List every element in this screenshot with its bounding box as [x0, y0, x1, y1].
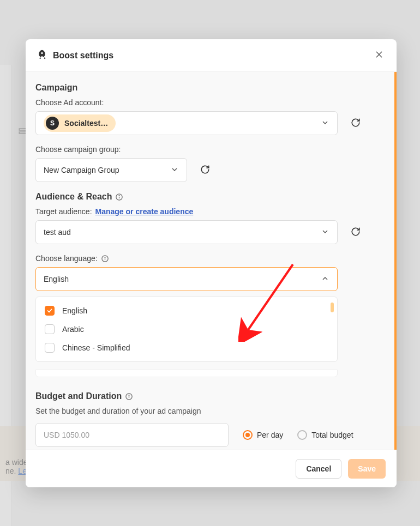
language-option-chinese[interactable]: Chinese - Simplified — [39, 338, 334, 357]
boost-settings-modal: Boost settings Campaign Choose Ad accoun… — [26, 39, 397, 487]
cancel-button[interactable]: Cancel — [296, 459, 341, 479]
ad-account-select[interactable]: S Socialtest… — [35, 111, 338, 135]
target-audience-label-text: Target audience: — [35, 207, 92, 216]
svg-point-6 — [119, 195, 119, 196]
option-label: Arabic — [62, 325, 84, 334]
checkbox-checked — [45, 306, 55, 316]
target-audience-value: test aud — [44, 228, 71, 237]
refresh-audience-button[interactable] — [347, 223, 364, 241]
audience-heading-text: Audience & Reach — [35, 192, 112, 202]
checkbox-unchecked — [45, 343, 55, 353]
chevron-up-icon — [321, 274, 329, 285]
chip-avatar: S — [46, 117, 59, 130]
ad-account-label: Choose Ad account: — [35, 98, 385, 107]
campaign-group-value: New Campaign Group — [44, 166, 119, 174]
option-label: English — [62, 306, 87, 315]
svg-point-9 — [105, 257, 105, 257]
chevron-down-icon — [321, 227, 329, 238]
info-icon — [115, 193, 123, 201]
close-button[interactable] — [373, 48, 386, 63]
radio-unselected — [297, 430, 307, 440]
language-dropdown-panel: English Arabic Chinese - Simplified — [35, 297, 338, 362]
language-option-arabic[interactable]: Arabic — [39, 320, 334, 338]
refresh-icon — [351, 230, 361, 238]
manage-audience-link[interactable]: Manage or create audience — [95, 207, 194, 216]
campaign-group-label: Choose campaign group: — [35, 145, 385, 154]
chip-text: Socialtest… — [64, 119, 108, 128]
language-label-text: Choose language: — [35, 254, 98, 263]
modal-title: Boost settings — [53, 51, 113, 61]
scrollbar-thumb[interactable] — [331, 303, 334, 312]
modal-header: Boost settings — [26, 39, 397, 72]
budget-desc: Set the budget and duration of your ad c… — [35, 407, 385, 415]
audience-heading: Audience & Reach — [35, 192, 385, 202]
refresh-icon — [200, 168, 210, 176]
rocket-icon — [37, 49, 47, 62]
budget-heading-text: Budget and Duration — [35, 391, 122, 401]
total-budget-label: Total budget — [311, 431, 353, 439]
refresh-icon — [351, 121, 361, 129]
chevron-down-icon — [170, 165, 179, 176]
campaign-group-select[interactable]: New Campaign Group — [35, 158, 187, 182]
option-label: Chinese - Simplified — [62, 343, 130, 352]
info-icon — [101, 255, 109, 263]
budget-heading: Budget and Duration — [35, 391, 385, 401]
svg-point-12 — [129, 395, 129, 395]
checkbox-unchecked — [45, 324, 55, 334]
budget-amount-input[interactable] — [35, 423, 229, 447]
target-audience-label: Target audience: Manage or create audien… — [35, 207, 385, 216]
target-audience-select[interactable]: test aud — [35, 220, 338, 244]
save-button[interactable]: Save — [348, 459, 386, 479]
per-day-radio[interactable]: Per day — [243, 430, 283, 440]
per-day-label: Per day — [257, 431, 283, 439]
panel-below-dropdown — [35, 370, 338, 377]
language-select[interactable]: English — [35, 267, 338, 291]
chevron-down-icon — [321, 118, 329, 129]
total-budget-radio[interactable]: Total budget — [297, 430, 353, 440]
campaign-heading: Campaign — [35, 83, 385, 93]
ad-account-chip: S Socialtest… — [44, 114, 116, 132]
radio-selected — [243, 430, 253, 440]
language-label: Choose language: — [35, 254, 385, 263]
modal-body: Campaign Choose Ad account: S Socialtest… — [26, 72, 397, 450]
refresh-campaign-group-button[interactable] — [197, 161, 213, 179]
close-icon — [375, 52, 383, 61]
info-icon — [125, 392, 133, 401]
language-value: English — [44, 275, 69, 283]
refresh-ad-account-button[interactable] — [347, 114, 364, 132]
language-option-english[interactable]: English — [39, 301, 334, 320]
modal-footer: Cancel Save — [26, 450, 397, 487]
